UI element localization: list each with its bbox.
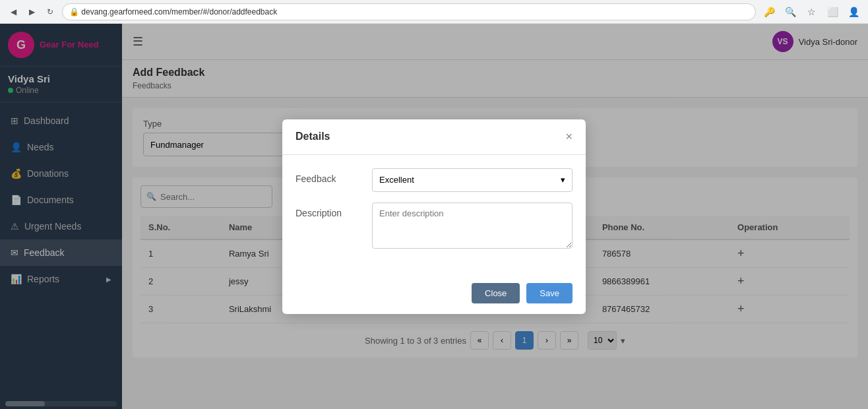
modal-body: Feedback Excellent ▾ Description — [282, 155, 586, 272]
description-label: Description — [295, 203, 361, 218]
forward-button[interactable]: ▶ — [25, 5, 38, 18]
browser-key-icon[interactable]: 🔑 — [761, 4, 777, 20]
browser-split-icon[interactable]: ⬜ — [824, 4, 840, 20]
details-modal: Details × Feedback Excellent ▾ Descripti… — [282, 119, 586, 314]
feedback-field: Feedback Excellent ▾ — [295, 168, 573, 192]
browser-search-icon[interactable]: 🔍 — [782, 4, 798, 20]
feedback-select[interactable]: Excellent ▾ — [372, 168, 573, 192]
modal-title: Details — [295, 131, 330, 142]
feedback-select-wrapper: Excellent ▾ — [372, 168, 573, 192]
modal-footer: Close Save — [282, 272, 586, 314]
browser-star-icon[interactable]: ☆ — [803, 4, 819, 20]
back-button[interactable]: ◀ — [7, 5, 20, 18]
browser-bar: ◀ ▶ ↻ 🔒 devang.gearforneed.com/member/#/… — [0, 0, 868, 24]
modal-close-action-button[interactable]: Close — [472, 283, 520, 303]
refresh-button[interactable]: ↻ — [44, 5, 57, 18]
url-text: devang.gearforneed.com/member/#/donor/ad… — [81, 7, 277, 16]
modal-header: Details × — [282, 119, 586, 155]
feedback-value: Excellent — [379, 175, 414, 185]
modal-close-button[interactable]: × — [565, 130, 573, 144]
description-field: Description — [295, 203, 573, 249]
modal-overlay: Details × Feedback Excellent ▾ Descripti… — [0, 24, 868, 409]
feedback-label: Feedback — [295, 168, 361, 184]
description-textarea[interactable] — [372, 203, 573, 249]
url-bar: 🔒 devang.gearforneed.com/member/#/donor/… — [62, 3, 756, 20]
url-security-icon: 🔒 — [69, 7, 79, 16]
modal-save-button[interactable]: Save — [526, 283, 573, 303]
browser-icons: 🔑 🔍 ☆ ⬜ 👤 — [761, 4, 861, 20]
browser-profile-icon[interactable]: 👤 — [846, 4, 861, 20]
feedback-dropdown-icon: ▾ — [561, 175, 565, 185]
